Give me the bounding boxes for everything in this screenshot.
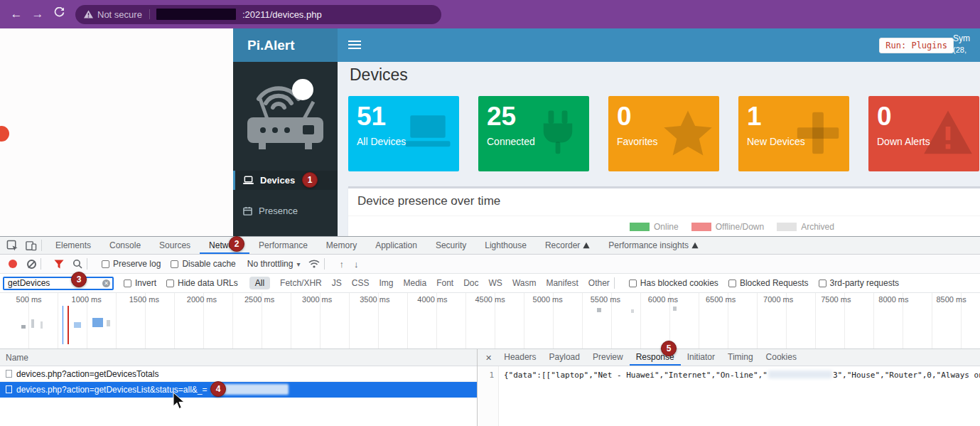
sidebar-item-presence[interactable]: Presence [233, 201, 338, 220]
third-party-requests-checkbox[interactable]: 3rd-party requests [819, 278, 899, 288]
filter-type-fetch-xhr[interactable]: Fetch/XHR [280, 278, 322, 288]
experiment-icon [583, 242, 590, 249]
hide-data-urls-checkbox[interactable]: Hide data URLs [166, 278, 238, 288]
filter-type-media[interactable]: Media [403, 278, 426, 288]
legend-label: Offline/Down [716, 222, 764, 232]
tab-lighthouse[interactable]: Lighthouse [475, 237, 536, 254]
response-body[interactable]: 1 {"data":[["laptop","Net - Huawei","Int… [478, 366, 980, 426]
screenshot-root: Not secure :20211/devices.php Pi.Alert R… [0, 0, 980, 426]
tab-memory[interactable]: Memory [317, 237, 366, 254]
card-all-devices[interactable]: 51 All Devices [348, 96, 459, 171]
filter-type-manifest[interactable]: Manifest [546, 278, 578, 288]
tab-elements[interactable]: Elements [46, 237, 100, 254]
load-event-line [68, 306, 69, 344]
tab-security[interactable]: Security [426, 237, 475, 254]
checkbox [102, 260, 109, 268]
network-toolbar: Preserve log Disable cache No throttling [0, 255, 980, 274]
refresh-icon[interactable] [48, 7, 70, 21]
tab-application[interactable]: Application [366, 237, 426, 254]
forward-icon[interactable] [27, 7, 48, 21]
checkbox [166, 279, 174, 287]
preserve-log-checkbox[interactable]: Preserve log [102, 259, 161, 269]
card-down-alerts[interactable]: 0 Down Alerts [868, 96, 979, 171]
filter-type-img[interactable]: Img [379, 278, 393, 288]
menu-toggle-icon[interactable] [348, 41, 361, 51]
network-conditions-icon[interactable] [308, 260, 320, 268]
filter-type-wasm[interactable]: Wasm [512, 278, 537, 288]
tab-preview[interactable]: Preview [586, 349, 630, 366]
record-button[interactable] [9, 260, 17, 268]
clear-filter-icon[interactable] [102, 279, 110, 287]
tab-performance[interactable]: Performance [249, 237, 317, 254]
tab-recorder[interactable]: Recorder [536, 237, 599, 254]
tab-console[interactable]: Console [100, 237, 150, 254]
invert-checkbox[interactable]: Invert [124, 278, 156, 288]
sidebar-item-devices[interactable]: Devices [233, 171, 338, 190]
checkbox [124, 279, 131, 287]
request-row[interactable]: devices.php?action=getDevicesTotals [0, 366, 477, 382]
tab-timing[interactable]: Timing [721, 349, 760, 366]
waterfall-mark [31, 319, 34, 328]
device-toolbar-icon[interactable] [25, 240, 37, 252]
inspect-element-icon[interactable] [6, 240, 18, 252]
browser-toolbar: Not secure :20211/devices.php [0, 0, 980, 28]
page-background [0, 28, 233, 236]
blocked-requests-checkbox[interactable]: Blocked Requests [728, 278, 809, 288]
request-row-selected[interactable]: devices.php?action=getDevicesList&status… [0, 382, 477, 398]
user-line1: Sym [953, 33, 980, 44]
line-number-gutter: 1 [478, 366, 499, 426]
app-logo[interactable]: Pi.Alert [233, 28, 338, 62]
request-list-header[interactable]: Name [0, 349, 477, 366]
import-har-icon[interactable] [339, 259, 344, 270]
card-connected[interactable]: 25 Connected [478, 96, 589, 171]
waterfall-mark [41, 321, 43, 329]
router-illustration [239, 66, 332, 164]
file-icon [6, 370, 12, 378]
warning-icon [922, 107, 974, 159]
export-har-icon[interactable] [354, 259, 359, 270]
tab-performance-insights[interactable]: Performance insights [599, 237, 708, 254]
filter-icon[interactable] [54, 260, 64, 269]
throttling-select[interactable]: No throttling [247, 259, 301, 269]
clear-icon[interactable] [27, 260, 36, 269]
plug-icon [532, 107, 583, 159]
card-favorites[interactable]: 0 Favorites [608, 96, 719, 171]
disable-cache-checkbox[interactable]: Disable cache [171, 259, 235, 269]
filter-type-js[interactable]: JS [332, 278, 342, 288]
network-filter-bar: Invert Hide data URLs All Fetch/XHR JS C… [0, 274, 980, 293]
search-icon[interactable] [72, 259, 82, 269]
back-icon[interactable] [6, 7, 27, 21]
tab-cookies[interactable]: Cookies [760, 349, 803, 366]
legend-item-offline: Offline/Down [691, 222, 764, 232]
app-logo-text: Pi.Alert [247, 38, 295, 53]
network-filter-input[interactable] [3, 277, 114, 290]
app-viewport: Pi.Alert Run: Plugins Sym (28, [0, 28, 980, 236]
filter-type-font[interactable]: Font [436, 278, 453, 288]
filter-type-doc[interactable]: Doc [463, 278, 478, 288]
navbar-user-info[interactable]: Sym (28, [953, 33, 980, 55]
card-new-devices[interactable]: 1 New Devices [738, 96, 849, 171]
has-blocked-cookies-checkbox[interactable]: Has blocked cookies [629, 278, 718, 288]
panel-title: Device presence over time [357, 194, 500, 208]
tab-headers[interactable]: Headers [497, 349, 542, 366]
request-list: Name devices.php?action=getDevicesTotals… [0, 349, 478, 426]
run-plugins-button[interactable]: Run: Plugins [879, 38, 954, 53]
tab-sources[interactable]: Sources [150, 237, 200, 254]
filter-type-ws[interactable]: WS [489, 278, 502, 288]
filter-type-other[interactable]: Other [588, 278, 610, 288]
experiment-icon [691, 242, 699, 249]
checkbox [171, 260, 178, 268]
waterfall-mark [107, 320, 110, 326]
filter-type-css[interactable]: CSS [352, 278, 370, 288]
tab-payload[interactable]: Payload [543, 349, 586, 366]
annotation-badge-2: 2 [229, 236, 244, 252]
network-overview-timeline[interactable]: 500 ms 1000 ms 1500 ms 2000 ms 2500 ms 3… [0, 293, 980, 349]
tab-initiator[interactable]: Initiator [681, 349, 721, 366]
toolbar-divider [41, 258, 41, 270]
address-bar[interactable]: Not secure :20211/devices.php [75, 5, 441, 24]
waterfall-mark [92, 318, 103, 327]
toolbar-divider [41, 240, 42, 251]
filter-type-all[interactable]: All [249, 277, 270, 289]
waterfall-mark [673, 307, 677, 311]
close-icon[interactable] [478, 353, 497, 363]
